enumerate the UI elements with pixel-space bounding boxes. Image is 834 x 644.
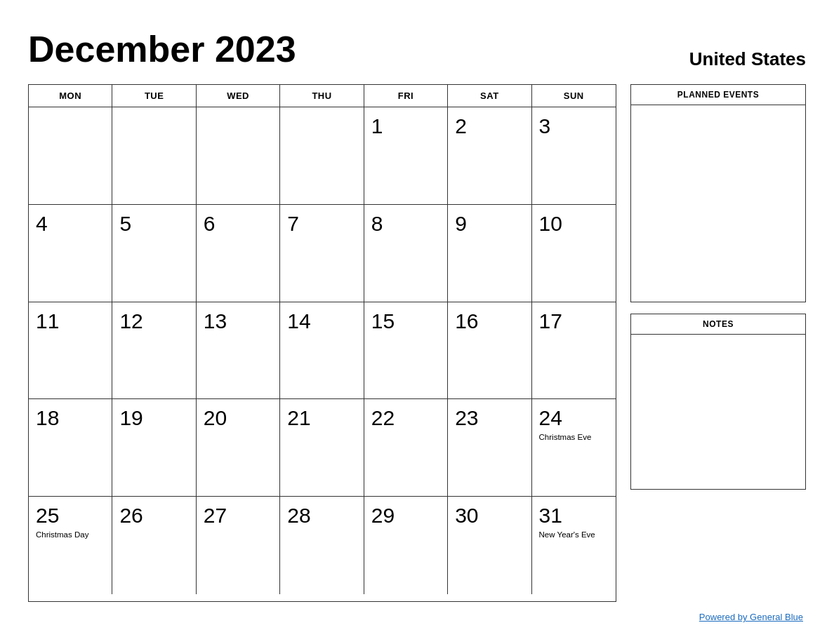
cell-day-number: 17	[539, 309, 562, 333]
day-header-sun: SUN	[532, 85, 616, 107]
calendar-cell: 17	[532, 302, 616, 400]
sidebar: PLANNED EVENTS NOTES	[630, 84, 806, 602]
calendar-cell	[197, 107, 280, 205]
calendar-header: MONTUEWEDTHUFRISATSUN	[29, 85, 616, 107]
calendar-cell: 14	[280, 302, 364, 400]
calendar-cell: 22	[364, 399, 448, 497]
cell-day-number: 21	[287, 406, 310, 429]
calendar-section: MONTUEWEDTHUFRISATSUN 123456789101112131…	[28, 84, 616, 602]
day-header-tue: TUE	[112, 85, 196, 107]
day-header-thu: THU	[280, 85, 364, 107]
calendar-cell: 11	[29, 302, 112, 400]
calendar-cell: 13	[197, 302, 280, 400]
planned-events-box: PLANNED EVENTS	[630, 84, 806, 302]
notes-title: NOTES	[631, 314, 805, 335]
calendar-cell: 31New Year's Eve	[532, 497, 616, 594]
page: December 2023 United States MONTUEWEDTHU…	[0, 0, 834, 644]
calendar-cell: 6	[197, 205, 280, 302]
calendar-cell: 30	[448, 497, 531, 594]
footer: Powered by General Blue	[28, 610, 806, 623]
calendar-cell: 16	[448, 302, 531, 400]
day-header-sat: SAT	[448, 85, 531, 107]
calendar-cell	[280, 107, 364, 205]
cell-day-number: 8	[371, 212, 383, 235]
calendar-cell: 1	[364, 107, 448, 205]
cell-day-number: 13	[204, 309, 227, 333]
day-header-fri: FRI	[364, 85, 448, 107]
cell-day-number: 16	[455, 309, 478, 333]
calendar-cell: 2	[448, 107, 531, 205]
cell-day-number: 22	[371, 406, 395, 429]
planned-events-content	[631, 105, 805, 302]
powered-by-link[interactable]: Powered by General Blue	[699, 612, 803, 622]
cell-event-label: New Year's Eve	[539, 530, 595, 540]
cell-day-number: 31	[539, 504, 562, 527]
calendar-cell: 12	[112, 302, 196, 400]
calendar-cell: 9	[448, 205, 531, 302]
cell-day-number: 24	[539, 406, 562, 429]
cell-day-number: 6	[204, 212, 216, 235]
calendar-cell: 20	[197, 399, 280, 497]
cell-day-number: 10	[539, 212, 562, 235]
calendar-cell: 29	[364, 497, 448, 594]
calendar-cell: 7	[280, 205, 364, 302]
cell-day-number: 1	[371, 114, 383, 137]
calendar-cell	[112, 107, 196, 205]
cell-day-number: 12	[119, 309, 143, 333]
cell-day-number: 4	[36, 212, 48, 235]
cell-day-number: 9	[455, 212, 467, 235]
calendar-cell: 5	[112, 205, 196, 302]
notes-content	[631, 335, 805, 489]
cell-day-number: 2	[455, 114, 467, 137]
calendar-cell: 19	[112, 399, 196, 497]
cell-day-number: 28	[287, 504, 310, 527]
cell-day-number: 29	[371, 504, 395, 527]
calendar-cell: 4	[29, 205, 112, 302]
cell-day-number: 26	[119, 504, 143, 527]
cell-day-number: 20	[204, 406, 227, 429]
cell-day-number: 7	[287, 212, 299, 235]
cell-day-number: 18	[36, 406, 59, 429]
cell-day-number: 25	[36, 504, 59, 527]
cell-day-number: 3	[539, 114, 551, 137]
header: December 2023 United States	[28, 28, 806, 70]
cell-day-number: 5	[119, 212, 131, 235]
calendar-cell: 26	[112, 497, 196, 594]
calendar-cell: 18	[29, 399, 112, 497]
cell-day-number: 15	[371, 309, 395, 333]
calendar-cell: 21	[280, 399, 364, 497]
month-title: December 2023	[28, 28, 296, 70]
calendar-cell: 3	[532, 107, 616, 205]
calendar-cell: 10	[532, 205, 616, 302]
calendar-cell: 25Christmas Day	[29, 497, 112, 594]
day-header-wed: WED	[197, 85, 280, 107]
cell-event-label: Christmas Eve	[539, 432, 592, 443]
calendar-cell: 28	[280, 497, 364, 594]
cell-day-number: 19	[119, 406, 143, 429]
day-header-mon: MON	[29, 85, 112, 107]
planned-events-title: PLANNED EVENTS	[631, 85, 805, 105]
notes-box: NOTES	[630, 314, 806, 490]
country-title: United States	[689, 48, 806, 70]
cell-day-number: 11	[36, 309, 59, 333]
calendar-cell: 24Christmas Eve	[532, 399, 616, 497]
main-content: MONTUEWEDTHUFRISATSUN 123456789101112131…	[28, 84, 806, 602]
calendar-cell: 27	[197, 497, 280, 594]
calendar-cell: 23	[448, 399, 531, 497]
cell-day-number: 30	[455, 504, 478, 527]
cell-day-number: 14	[287, 309, 310, 333]
cell-day-number: 27	[204, 504, 227, 527]
calendar-cell: 15	[364, 302, 448, 400]
calendar-cell: 8	[364, 205, 448, 302]
cell-day-number: 23	[455, 406, 478, 429]
calendar-grid: 123456789101112131415161718192021222324C…	[29, 107, 616, 594]
cell-event-label: Christmas Day	[36, 530, 88, 540]
calendar-cell	[29, 107, 112, 205]
